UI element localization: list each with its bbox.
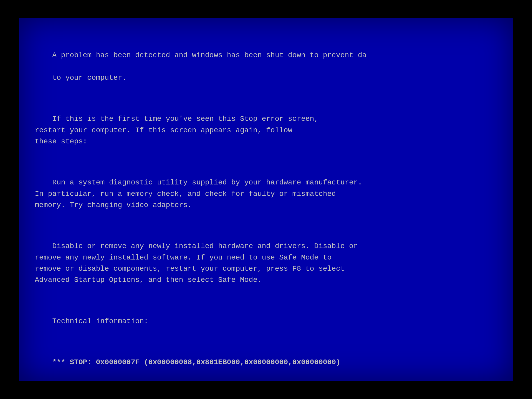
bsod-screen: A problem has been detected and windows … [19,18,513,381]
diagnostic-text: Run a system diagnostic utility supplied… [35,178,362,209]
safe-mode-instructions: Disable or remove any newly installed ha… [35,229,497,297]
diagnostic-instructions: Run a system diagnostic utility supplied… [35,166,497,222]
second-line: to your computer. [52,74,127,82]
stop-instructions-text: If this is the first time you've seen th… [35,115,318,145]
stop-code-text: *** STOP: 0x0000007F (0x00000008,0x801EB… [52,358,340,366]
crash-dump-section: Collecting data for crash dump ... Initi… [35,396,497,399]
tech-info-label: Technical information: [35,304,497,338]
first-line: A problem has been detected and windows … [52,51,367,59]
stop-code-line: *** STOP: 0x0000007F (0x00000008,0x801EB… [35,345,497,379]
first-paragraph: A problem has been detected and windows … [35,38,497,95]
safe-mode-text: Disable or remove any newly installed ha… [35,242,358,284]
stop-instructions: If this is the first time you've seen th… [35,102,497,158]
